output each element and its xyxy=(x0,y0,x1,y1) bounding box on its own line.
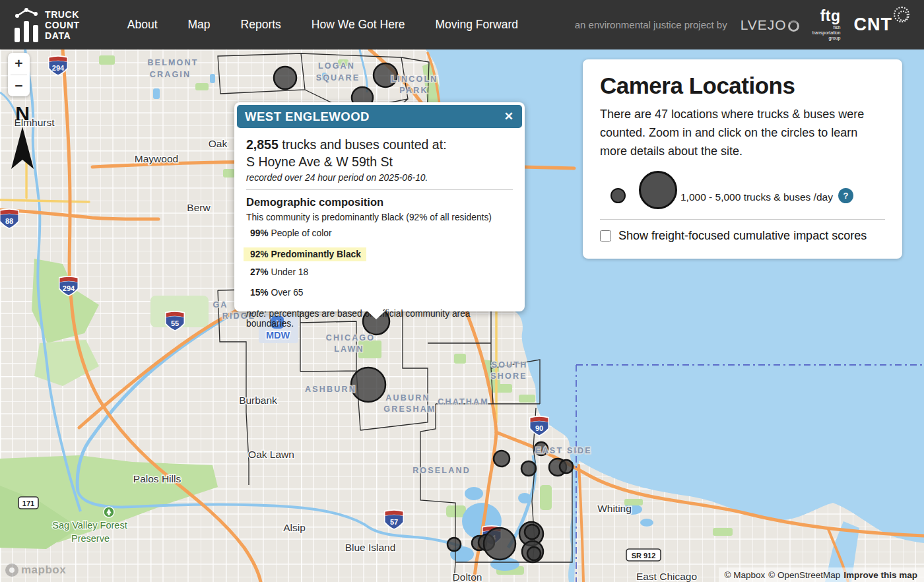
legend-large-circle xyxy=(639,171,677,209)
popup-header: WEST ENGLEWOOD ✕ xyxy=(237,105,522,128)
camera-locations-panel: Camera Locations There are 47 locations … xyxy=(583,59,902,259)
camera-circle[interactable] xyxy=(274,67,296,89)
impact-scores-label[interactable]: Show freight-focused cumulative impact s… xyxy=(618,229,867,243)
popup-body: 2,855 trucks and buses counted at: S Hoy… xyxy=(234,131,525,329)
site-popup: WEST ENGLEWOOD ✕ 2,855 trucks and buses … xyxy=(234,102,525,311)
close-icon[interactable]: ✕ xyxy=(504,110,513,123)
map-zoom-control: + − xyxy=(8,53,30,96)
popup-title: WEST ENGLEWOOD xyxy=(245,110,370,124)
panel-title: Camera Locations xyxy=(600,73,885,99)
mapbox-logo[interactable]: mapbox xyxy=(5,564,66,577)
route-shield-171: 171 xyxy=(18,497,38,509)
logo-text: TRUCK COUNT DATA xyxy=(45,9,80,41)
nav-item-about[interactable]: About xyxy=(127,18,158,32)
svg-text:55: 55 xyxy=(171,319,179,327)
help-icon[interactable]: ? xyxy=(838,188,853,203)
panel-divider xyxy=(600,219,885,220)
legend-small-circle xyxy=(610,188,626,203)
cnt-logo[interactable]: CNT xyxy=(854,15,910,35)
site-location: S Hoyne Ave & W 59th St xyxy=(246,154,513,170)
camera-circle[interactable] xyxy=(494,451,510,467)
panel-description: There are 47 locations where trucks & bu… xyxy=(600,105,885,160)
demographics-heading: Demographic composition xyxy=(246,196,513,209)
attr-mapbox-link[interactable]: © Mapbox xyxy=(724,570,765,580)
svg-text:N: N xyxy=(15,102,30,124)
cnt-rings-icon xyxy=(894,7,909,22)
attr-osm-link[interactable]: © OpenStreetMap xyxy=(768,570,840,580)
popup-divider xyxy=(246,189,513,190)
camera-circle[interactable] xyxy=(484,528,515,560)
attr-improve-link[interactable]: Improve this map xyxy=(843,570,917,580)
nav-item-map[interactable]: Map xyxy=(188,18,211,32)
demographics-stats: 99% People of color92% Predominantly Bla… xyxy=(246,228,513,302)
legend-label: 1,000 - 5,000 trucks & buses /day xyxy=(680,191,833,203)
recorded-date: recorded over 24 hour period on 2025-06-… xyxy=(246,173,513,183)
app-window: ✈ 2948829455579094171SR 912 ElmhurstMayw… xyxy=(0,0,924,582)
impact-scores-checkbox[interactable] xyxy=(600,230,611,242)
stat-row: 27% Under 18 xyxy=(246,267,513,277)
route-shield-SR 912: SR 912 xyxy=(626,549,661,561)
nav-item-moving-forward[interactable]: Moving Forward xyxy=(436,18,518,32)
stat-row: 15% Over 65 xyxy=(246,288,513,298)
truck-count-line: 2,855 trucks and buses counted at: xyxy=(246,137,513,152)
nav-item-how-we-got-here[interactable]: How We Got Here xyxy=(312,18,405,32)
svg-text:294: 294 xyxy=(63,284,75,292)
zoom-out-button[interactable]: − xyxy=(8,75,30,97)
zoom-in-button[interactable]: + xyxy=(8,53,30,75)
mapbox-icon xyxy=(5,564,18,577)
tree-icon xyxy=(104,507,114,517)
top-nav-bar: TRUCK COUNT DATA AboutMapReportsHow We G… xyxy=(0,0,924,49)
truck-count-data-logo[interactable]: TRUCK COUNT DATA xyxy=(15,8,80,42)
svg-text:171: 171 xyxy=(22,500,34,507)
camera-circle[interactable] xyxy=(560,460,573,473)
svg-text:57: 57 xyxy=(390,518,398,526)
svg-text:294: 294 xyxy=(52,64,65,72)
bar-chart-icon xyxy=(15,8,38,42)
camera-circle[interactable] xyxy=(527,547,541,560)
svg-text:90: 90 xyxy=(535,424,543,432)
popup-pointer xyxy=(367,311,385,319)
main-nav: AboutMapReportsHow We Got HereMoving For… xyxy=(127,18,518,32)
camera-circle[interactable] xyxy=(351,368,385,402)
impact-scores-toggle-row: Show freight-focused cumulative impact s… xyxy=(600,229,885,243)
stat-row: 99% People of color xyxy=(246,228,513,238)
camera-circle[interactable] xyxy=(535,442,548,455)
demographics-summary: This community is predominantly Black (9… xyxy=(246,212,513,222)
svg-text:88: 88 xyxy=(5,217,13,225)
circle-size-legend: 1,000 - 5,000 trucks & buses /day ? xyxy=(600,171,885,209)
camera-circle[interactable] xyxy=(521,461,536,476)
lvejo-logo[interactable]: LVEJO xyxy=(741,17,799,33)
north-arrow: N xyxy=(5,99,45,174)
camera-circle[interactable] xyxy=(525,525,539,539)
ftg-logo[interactable]: ftg fishtransportationgroup xyxy=(812,9,841,41)
stat-row: 92% Predominantly Black xyxy=(244,247,366,261)
tagline: an environmental justice project by xyxy=(575,19,727,30)
lvejo-swirl-icon xyxy=(788,20,799,32)
svg-text:SR 912: SR 912 xyxy=(632,552,656,560)
nav-item-reports[interactable]: Reports xyxy=(241,18,281,32)
header-right: an environmental justice project by LVEJ… xyxy=(575,9,909,41)
camera-circle[interactable] xyxy=(374,63,397,87)
camera-circle[interactable] xyxy=(447,538,461,551)
map-attribution: © Mapbox © OpenStreetMap Improve this ma… xyxy=(719,567,924,582)
